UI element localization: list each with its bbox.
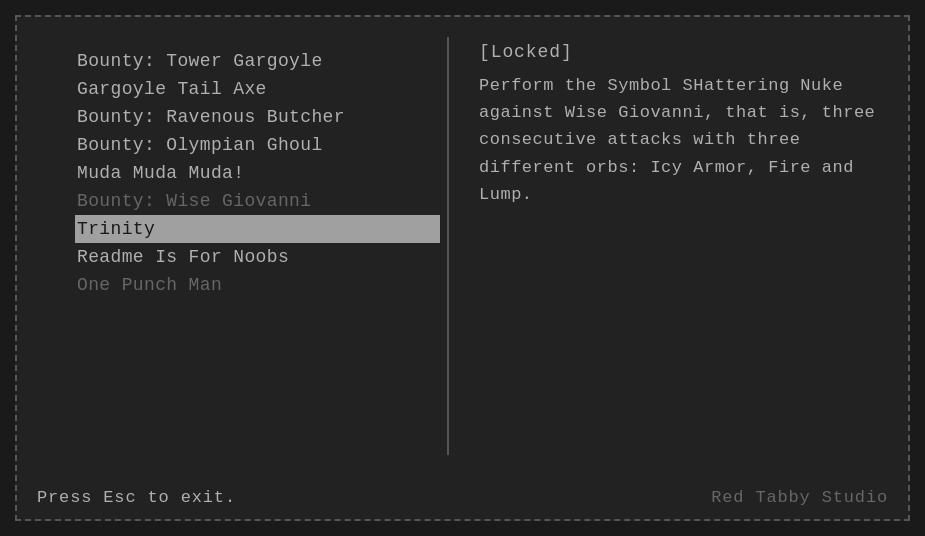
list-item-bounty-wise-giovanni[interactable]: Bounty: Wise Giovanni [77, 187, 447, 215]
list-item-gargoyle-tail-axe[interactable]: Gargoyle Tail Axe [77, 75, 447, 103]
exit-hint: Press Esc to exit. [37, 488, 236, 507]
detail-panel: [Locked] Perform the Symbol SHattering N… [449, 17, 908, 475]
locked-status: [Locked] [479, 42, 878, 62]
achievement-description: Perform the Symbol SHattering Nuke again… [479, 72, 878, 208]
list-item-bounty-ravenous-butcher[interactable]: Bounty: Ravenous Butcher [77, 103, 447, 131]
footer: Press Esc to exit. Red Tabby Studio [17, 475, 908, 519]
list-item-muda-muda-muda[interactable]: Muda Muda Muda! [77, 159, 447, 187]
achievement-list: Bounty: Tower GargoyleGargoyle Tail AxeB… [17, 17, 447, 475]
studio-label: Red Tabby Studio [711, 488, 888, 507]
list-item-trinity[interactable]: Trinity [75, 215, 440, 243]
list-item-readme-is-for-noobs[interactable]: Readme Is For Noobs [77, 243, 447, 271]
list-item-bounty-olympian-ghoul[interactable]: Bounty: Olympian Ghoul [77, 131, 447, 159]
list-item-one-punch-man[interactable]: One Punch Man [77, 271, 447, 299]
content-area: Bounty: Tower GargoyleGargoyle Tail AxeB… [17, 17, 908, 475]
main-window: Bounty: Tower GargoyleGargoyle Tail AxeB… [15, 15, 910, 521]
list-item-bounty-tower-gargoyle[interactable]: Bounty: Tower Gargoyle [77, 47, 447, 75]
